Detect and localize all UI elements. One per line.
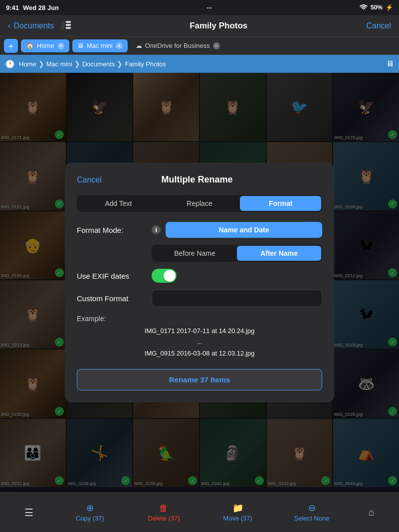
example-section: Example: IMG_0171 2017-07-11 at 14.20.24… [77, 315, 322, 358]
example-line2: IMG_0915 2016-03-08 at 12.03.12.jpg [77, 348, 322, 359]
macmini-tab-close[interactable]: ✕ [116, 42, 123, 49]
back-chevron-icon: ‹ [8, 21, 10, 30]
display-icon[interactable]: 🖥 [386, 59, 394, 68]
svg-rect-1 [61, 21, 65, 29]
macmini-tab-icon: 🖥 [77, 42, 84, 49]
title-bar-left[interactable]: ‹ Documents [8, 21, 71, 31]
info-icon[interactable]: ℹ [152, 225, 161, 234]
example-line1: IMG_0171 2017-07-11 at 14.20.24.jpg [77, 326, 322, 337]
title-bar: ‹ Documents Family Photos Cancel [0, 15, 399, 37]
after-name-button[interactable]: After Name [237, 246, 321, 261]
format-mode-button[interactable]: Name and Date [166, 222, 322, 238]
select-none-icon: ⊖ [308, 503, 316, 514]
history-icon[interactable]: 🕐 [5, 59, 15, 69]
breadcrumb-documents[interactable]: Documents [82, 60, 115, 68]
onedrive-tab-label: OneDrive for Business [145, 42, 210, 49]
menu-icon[interactable]: ☰ [24, 507, 33, 519]
plus-icon: ＋ [6, 40, 15, 52]
segment-control: Add Text Replace Format [77, 195, 322, 212]
example-label: Example: [77, 315, 322, 323]
format-mode-label: Format Mode: [77, 226, 147, 234]
before-name-button[interactable]: Before Name [153, 246, 237, 261]
home-tab-icon: 🏠 [26, 42, 34, 49]
page-title: Family Photos [190, 21, 247, 31]
delete-label: Delete (37) [148, 515, 180, 522]
rename-button[interactable]: Rename 37 Items [77, 369, 322, 390]
breadcrumb-familyphotos[interactable]: Family Photos [125, 60, 166, 68]
battery-label: 50% [371, 4, 383, 11]
modal-overlay: Cancel Multiple Rename Add Text Replace … [0, 73, 399, 492]
cancel-nav-button[interactable]: Cancel [366, 21, 391, 30]
home-tab-close[interactable]: ✕ [57, 42, 64, 49]
select-none-label: Select None [294, 515, 330, 522]
copy-button[interactable]: ⊕ Copy (37) [72, 503, 107, 522]
custom-format-row: Custom Format [77, 290, 322, 307]
status-bar-center: ··· [206, 4, 212, 11]
onedrive-tab-close[interactable]: ✕ [213, 42, 220, 49]
breadcrumb-home[interactable]: Home [19, 60, 36, 68]
modal-cancel-button[interactable]: Cancel [77, 176, 102, 184]
exif-dates-toggle[interactable] [152, 269, 177, 283]
toggle-knob [164, 270, 176, 282]
sidebar-toggle-icon[interactable] [61, 21, 71, 31]
svg-rect-2 [66, 21, 71, 23]
copy-icon: ⊕ [86, 503, 94, 514]
svg-rect-4 [66, 27, 71, 29]
breadcrumb-documents-label: Documents [82, 60, 115, 68]
status-time: 9:41 [6, 4, 19, 11]
delete-icon: 🗑 [159, 503, 168, 514]
select-none-button[interactable]: ⊖ Select None [294, 503, 330, 522]
tab-macmini[interactable]: 🖥 Mac mini ✕ [72, 39, 128, 52]
example-text: IMG_0171 2017-07-11 at 14.20.24.jpg ... … [77, 326, 322, 358]
home-tab-label: Home [37, 42, 54, 49]
copy-label: Copy (37) [76, 515, 104, 522]
segment-format[interactable]: Format [240, 196, 321, 211]
breadcrumb-sep-3: ❯ [117, 60, 123, 68]
status-bar-left: 9:41 Wed 28 Jun [6, 4, 59, 11]
status-bar: 9:41 Wed 28 Jun ··· 50% ⚡ [0, 0, 399, 15]
battery-icon: ⚡ [386, 4, 393, 11]
status-bar-right: 50% ⚡ [360, 4, 393, 11]
move-button[interactable]: 📁 Move (37) [220, 503, 255, 522]
segment-addtext[interactable]: Add Text [78, 196, 159, 211]
macmini-tab-label: Mac mini [87, 42, 113, 49]
custom-format-label: Custom Format [77, 294, 147, 303]
move-icon: 📁 [232, 503, 243, 514]
breadcrumb-home-label: Home [19, 60, 36, 68]
status-dots: ··· [206, 4, 212, 11]
breadcrumb-sep-1: ❯ [38, 60, 44, 68]
exif-dates-row: Use EXIF dates [77, 269, 322, 283]
delete-button[interactable]: 🗑 Delete (37) [146, 503, 181, 522]
breadcrumb-sep-2: ❯ [74, 60, 80, 68]
modal-dialog: Cancel Multiple Rename Add Text Replace … [65, 163, 334, 402]
breadcrumb-familyphotos-label: Family Photos [125, 60, 166, 68]
example-dots: ... [77, 337, 322, 348]
add-tab-button[interactable]: ＋ [4, 39, 18, 53]
onedrive-tab-icon: ☁ [136, 42, 142, 49]
segment-replace[interactable]: Replace [159, 196, 240, 211]
modal-header: Cancel Multiple Rename [77, 175, 322, 185]
breadcrumb: 🕐 Home ❯ Mac mini ❯ Documents ❯ Family P… [0, 55, 399, 73]
position-pill-group: Before Name After Name [152, 245, 322, 262]
move-label: Move (37) [223, 515, 252, 522]
position-row: spacer Before Name After Name [77, 245, 322, 262]
home-icon[interactable]: ⌂ [369, 507, 375, 518]
back-label[interactable]: Documents [13, 21, 54, 30]
exif-dates-label: Use EXIF dates [77, 272, 147, 280]
tab-home[interactable]: 🏠 Home ✕ [21, 39, 69, 52]
custom-format-input[interactable] [152, 290, 322, 307]
format-mode-row: Format Mode: ℹ Name and Date [77, 222, 322, 238]
tab-bar: ＋ 🏠 Home ✕ 🖥 Mac mini ✕ ☁ OneDrive for B… [0, 37, 399, 55]
breadcrumb-macmini[interactable]: Mac mini [46, 60, 72, 68]
wifi-icon [360, 4, 368, 11]
status-date: Wed 28 Jun [23, 4, 59, 11]
tab-onedrive[interactable]: ☁ OneDrive for Business ✕ [131, 39, 225, 52]
bottom-toolbar: ☰ ⊕ Copy (37) 🗑 Delete (37) 📁 Move (37) … [0, 492, 399, 532]
svg-point-0 [363, 9, 364, 10]
breadcrumb-macmini-label: Mac mini [46, 60, 72, 68]
modal-title: Multiple Rename [161, 175, 232, 185]
svg-rect-3 [66, 24, 71, 26]
